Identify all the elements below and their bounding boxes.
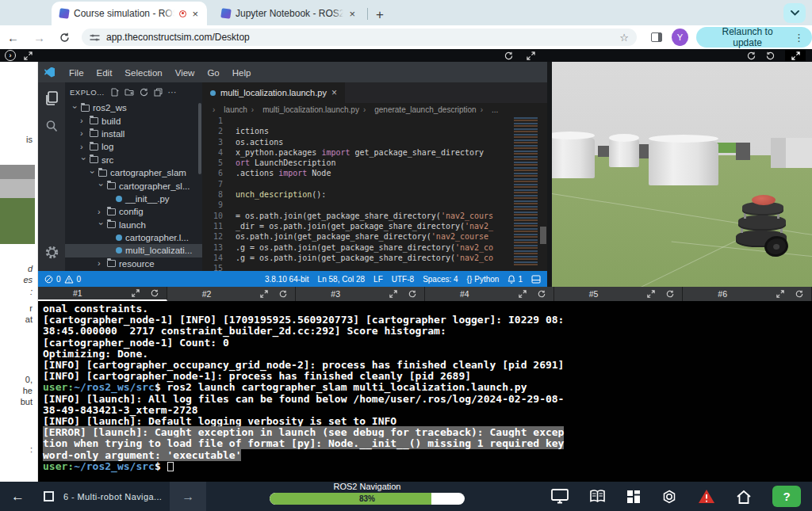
tree-item[interactable]: build [65, 114, 202, 127]
terminal-expand-icon[interactable] [389, 290, 397, 298]
code-area[interactable]: 12ictions3os.actions4x_python.packages i… [202, 116, 547, 271]
collapse-folders-icon[interactable] [154, 88, 163, 97]
terminal-tab[interactable]: #2 [167, 287, 297, 301]
breadcrumb-item[interactable]: › ... [478, 105, 499, 114]
reload-button[interactable] [52, 32, 77, 43]
book-icon[interactable] [589, 490, 606, 503]
breadcrumb-item[interactable]: › launch [210, 105, 247, 114]
gazebo-refresh-icon[interactable] [745, 50, 756, 61]
language-mode[interactable]: {} Python [467, 275, 500, 284]
menu-help[interactable]: Help [226, 66, 258, 80]
terminal-tab[interactable]: #3 [296, 287, 425, 301]
tree-item[interactable]: cartographer.l... [65, 231, 202, 244]
terminal-refresh-icon[interactable] [795, 290, 803, 298]
editor-tab-close-icon[interactable]: × [331, 87, 337, 98]
gazebo-restart-icon[interactable] [764, 50, 776, 61]
browser-tab-course-simulation[interactable]: Course simulation - ROS2 × [52, 2, 207, 25]
editor-scrollbar[interactable] [540, 227, 546, 244]
search-icon[interactable] [44, 119, 59, 133]
browser-tab-jupyter-notebook[interactable]: Jupyter Notebook - ROS2 Na × [213, 2, 364, 25]
help-button[interactable]: ? [772, 486, 801, 507]
terminal-tab[interactable]: #5 [554, 287, 684, 301]
menu-file[interactable]: File [63, 66, 90, 80]
breadcrumb-item[interactable]: › multi_localization.launch.py [249, 105, 359, 114]
tree-item[interactable]: config [65, 205, 202, 218]
new-file-icon[interactable] [110, 88, 119, 97]
warning-count[interactable]: 0 [77, 275, 82, 284]
terminal-refresh-icon[interactable] [151, 289, 159, 297]
terminal-output[interactable]: onal constraints.[cartographer_node-1] [… [38, 301, 812, 482]
terminal-refresh-icon[interactable] [666, 290, 674, 298]
layout-panel-icon[interactable] [531, 275, 541, 284]
apps-grid-icon[interactable] [626, 490, 641, 504]
footer-back-button[interactable]: ← [0, 489, 36, 505]
editor-tab-multi-localization[interactable]: multi_localization.launch.py × [202, 82, 345, 103]
tree-item[interactable]: resource [65, 257, 202, 270]
gazebo-expand-icon[interactable] [785, 50, 806, 61]
gear-icon[interactable] [44, 245, 59, 260]
minimap[interactable] [514, 117, 538, 266]
tree-item[interactable]: multi_localizati... [65, 244, 202, 257]
tab-close-icon[interactable]: × [191, 9, 199, 19]
breadcrumb-item[interactable]: › generate_launch_description [361, 105, 477, 114]
cursor-position[interactable]: Ln 58, Col 28 [318, 275, 366, 284]
explorer-more-icon[interactable]: ⋯ [168, 87, 178, 97]
terminal-expand-icon[interactable] [132, 289, 140, 297]
notifications-badge[interactable]: 1 [508, 275, 523, 284]
tree-item[interactable]: cartographer_slam [65, 166, 202, 179]
terminal-expand-icon[interactable] [260, 290, 268, 298]
open-sidebar-button[interactable]: › [5, 50, 16, 61]
terminal-refresh-icon[interactable] [538, 290, 546, 298]
refresh-explorer-icon[interactable] [140, 88, 148, 97]
tree-item[interactable]: cartographer_sl... [65, 179, 202, 192]
eol-setting[interactable]: LF [373, 275, 383, 284]
expand-left-panel-icon[interactable] [22, 50, 33, 61]
menu-edit[interactable]: Edit [90, 66, 119, 80]
terminal-refresh-icon[interactable] [279, 290, 287, 298]
browser-menu-icon[interactable]: ⋮ [794, 32, 804, 44]
new-folder-icon[interactable] [124, 88, 134, 97]
side-panel-icon[interactable] [651, 32, 662, 42]
encoding-setting[interactable]: UTF-8 [392, 275, 414, 284]
terminal-tab[interactable]: #6 [683, 287, 812, 301]
tree-item[interactable]: __init__.py [65, 193, 202, 205]
relaunch-to-update-button[interactable]: Relaunch to update ⋮ [696, 27, 812, 48]
unit-checkbox-icon[interactable] [44, 491, 54, 501]
footer-forward-button[interactable]: → [170, 482, 206, 511]
tab-search-chevron-button[interactable] [783, 3, 806, 23]
error-count[interactable]: 0 [56, 275, 61, 284]
tree-item[interactable]: install [65, 128, 202, 140]
forward-button[interactable]: → [26, 32, 52, 44]
ide-expand-icon[interactable] [525, 50, 536, 61]
tree-item[interactable]: ros2_ws [65, 101, 202, 114]
warning-icon[interactable] [698, 489, 715, 504]
terminal-expand-icon[interactable] [776, 290, 784, 298]
back-button[interactable]: ← [0, 32, 26, 44]
tree-item[interactable]: launch [65, 219, 202, 231]
terminal-tab[interactable]: #1 [38, 287, 167, 301]
new-tab-button[interactable]: + [371, 8, 389, 21]
explorer-files-icon[interactable] [44, 90, 59, 106]
menu-view[interactable]: View [169, 66, 201, 80]
profile-avatar[interactable]: Y [672, 29, 688, 46]
python-runtime[interactable]: 3.8.10 64-bit [265, 275, 309, 284]
indentation-setting[interactable]: Spaces: 4 [423, 275, 458, 284]
tree-item[interactable]: log [65, 140, 202, 153]
unit-selector[interactable]: 6 - Multi-robot Naviga... [36, 482, 170, 511]
home-icon[interactable] [736, 490, 752, 504]
ide-refresh-icon[interactable] [503, 50, 514, 61]
menu-go[interactable]: Go [201, 66, 225, 80]
terminal-refresh-icon[interactable] [408, 290, 416, 298]
terminal-expand-icon[interactable] [519, 290, 527, 298]
openai-icon[interactable] [661, 489, 677, 505]
terminal-tab[interactable]: #4 [425, 287, 554, 301]
url-bar[interactable]: app.theconstructsim.com/Desktop ☆ [82, 29, 637, 46]
terminal-expand-icon[interactable] [647, 290, 655, 298]
desktop-icon[interactable] [551, 489, 569, 504]
url-text[interactable]: app.theconstructsim.com/Desktop [106, 32, 619, 43]
tree-item[interactable]: src [65, 154, 202, 166]
bookmark-star-icon[interactable]: ☆ [619, 32, 629, 44]
tab-close-icon[interactable]: × [348, 9, 356, 19]
menu-selection[interactable]: Selection [118, 66, 168, 80]
gazebo-viewport[interactable] [547, 62, 812, 287]
